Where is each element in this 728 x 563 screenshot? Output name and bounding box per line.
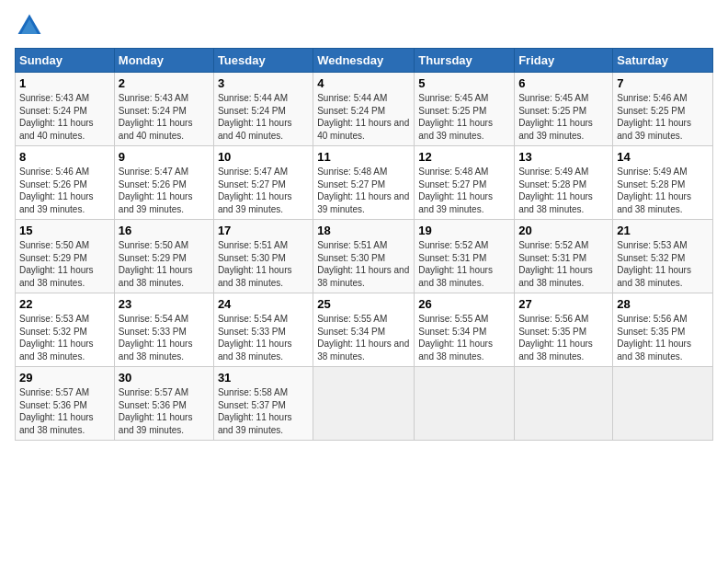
- calendar-cell: 2Sunrise: 5:43 AMSunset: 5:24 PMDaylight…: [114, 73, 213, 146]
- col-header-thursday: Thursday: [415, 49, 515, 73]
- calendar-cell: [613, 367, 713, 441]
- calendar-cell: 13Sunrise: 5:49 AMSunset: 5:28 PMDayligh…: [515, 146, 613, 220]
- day-number: 25: [317, 297, 410, 311]
- day-number: 24: [218, 297, 309, 311]
- day-number: 4: [317, 76, 410, 90]
- day-detail: Sunrise: 5:56 AMSunset: 5:35 PMDaylight:…: [518, 313, 609, 362]
- day-number: 23: [119, 297, 210, 311]
- calendar-cell: 29Sunrise: 5:57 AMSunset: 5:36 PMDayligh…: [16, 367, 115, 441]
- col-header-monday: Monday: [114, 49, 213, 73]
- day-detail: Sunrise: 5:49 AMSunset: 5:28 PMDaylight:…: [617, 166, 709, 215]
- day-detail: Sunrise: 5:53 AMSunset: 5:32 PMDaylight:…: [617, 239, 709, 289]
- day-number: 20: [518, 224, 609, 237]
- calendar-cell: 18Sunrise: 5:51 AMSunset: 5:30 PMDayligh…: [313, 220, 415, 293]
- day-detail: Sunrise: 5:57 AMSunset: 5:36 PMDaylight:…: [119, 386, 210, 436]
- calendar-cell: 17Sunrise: 5:51 AMSunset: 5:30 PMDayligh…: [213, 220, 313, 293]
- day-number: 31: [218, 371, 309, 385]
- day-detail: Sunrise: 5:54 AMSunset: 5:33 PMDaylight:…: [119, 313, 210, 362]
- day-detail: Sunrise: 5:48 AMSunset: 5:27 PMDaylight:…: [418, 166, 510, 215]
- calendar-cell: 8Sunrise: 5:46 AMSunset: 5:26 PMDaylight…: [16, 146, 115, 220]
- day-number: 8: [19, 150, 110, 164]
- week-row-5: 29Sunrise: 5:57 AMSunset: 5:36 PMDayligh…: [16, 367, 713, 441]
- header: [15, 11, 713, 40]
- day-number: 10: [218, 150, 309, 164]
- day-detail: Sunrise: 5:47 AMSunset: 5:26 PMDaylight:…: [119, 166, 210, 215]
- col-header-saturday: Saturday: [613, 49, 713, 73]
- col-header-friday: Friday: [515, 49, 613, 73]
- calendar-cell: 24Sunrise: 5:54 AMSunset: 5:33 PMDayligh…: [213, 293, 313, 367]
- calendar-cell: 25Sunrise: 5:55 AMSunset: 5:34 PMDayligh…: [313, 293, 415, 367]
- calendar-cell: 16Sunrise: 5:50 AMSunset: 5:29 PMDayligh…: [114, 220, 213, 293]
- calendar-cell: 27Sunrise: 5:56 AMSunset: 5:35 PMDayligh…: [515, 293, 613, 367]
- week-row-1: 1Sunrise: 5:43 AMSunset: 5:24 PMDaylight…: [16, 73, 713, 146]
- calendar-cell: [313, 367, 415, 441]
- calendar-cell: 31Sunrise: 5:58 AMSunset: 5:37 PMDayligh…: [213, 367, 313, 441]
- day-number: 21: [617, 224, 709, 237]
- calendar-cell: 10Sunrise: 5:47 AMSunset: 5:27 PMDayligh…: [213, 146, 313, 220]
- day-number: 28: [617, 297, 709, 311]
- day-number: 1: [19, 76, 110, 90]
- day-detail: Sunrise: 5:50 AMSunset: 5:29 PMDaylight:…: [19, 239, 110, 289]
- calendar-cell: 1Sunrise: 5:43 AMSunset: 5:24 PMDaylight…: [16, 73, 115, 146]
- header-row: SundayMondayTuesdayWednesdayThursdayFrid…: [16, 49, 713, 73]
- calendar-cell: 14Sunrise: 5:49 AMSunset: 5:28 PMDayligh…: [613, 146, 713, 220]
- day-number: 11: [317, 150, 410, 164]
- day-number: 12: [418, 150, 510, 164]
- day-number: 14: [617, 150, 709, 164]
- calendar-cell: 28Sunrise: 5:56 AMSunset: 5:35 PMDayligh…: [613, 293, 713, 367]
- logo-icon: [15, 11, 44, 40]
- day-number: 6: [518, 76, 609, 90]
- calendar-cell: 30Sunrise: 5:57 AMSunset: 5:36 PMDayligh…: [114, 367, 213, 441]
- calendar-cell: 19Sunrise: 5:52 AMSunset: 5:31 PMDayligh…: [415, 220, 515, 293]
- week-row-2: 8Sunrise: 5:46 AMSunset: 5:26 PMDaylight…: [16, 146, 713, 220]
- col-header-tuesday: Tuesday: [213, 49, 313, 73]
- day-detail: Sunrise: 5:45 AMSunset: 5:25 PMDaylight:…: [418, 92, 510, 142]
- day-number: 29: [19, 371, 110, 385]
- day-detail: Sunrise: 5:49 AMSunset: 5:28 PMDaylight:…: [518, 166, 609, 215]
- day-detail: Sunrise: 5:53 AMSunset: 5:32 PMDaylight:…: [19, 313, 110, 362]
- day-detail: Sunrise: 5:52 AMSunset: 5:31 PMDaylight:…: [518, 239, 609, 289]
- day-number: 26: [418, 297, 510, 311]
- logo: [15, 11, 48, 40]
- day-detail: Sunrise: 5:43 AMSunset: 5:24 PMDaylight:…: [19, 92, 110, 142]
- day-number: 19: [418, 224, 510, 237]
- day-number: 5: [418, 76, 510, 90]
- col-header-wednesday: Wednesday: [313, 49, 415, 73]
- day-detail: Sunrise: 5:50 AMSunset: 5:29 PMDaylight:…: [119, 239, 210, 289]
- day-detail: Sunrise: 5:51 AMSunset: 5:30 PMDaylight:…: [317, 239, 410, 289]
- day-detail: Sunrise: 5:47 AMSunset: 5:27 PMDaylight:…: [218, 166, 309, 215]
- day-detail: Sunrise: 5:56 AMSunset: 5:35 PMDaylight:…: [617, 313, 709, 362]
- calendar-cell: 20Sunrise: 5:52 AMSunset: 5:31 PMDayligh…: [515, 220, 613, 293]
- col-header-sunday: Sunday: [16, 49, 115, 73]
- day-detail: Sunrise: 5:58 AMSunset: 5:37 PMDaylight:…: [218, 386, 309, 436]
- day-detail: Sunrise: 5:55 AMSunset: 5:34 PMDaylight:…: [418, 313, 510, 362]
- calendar-cell: 15Sunrise: 5:50 AMSunset: 5:29 PMDayligh…: [16, 220, 115, 293]
- day-number: 9: [119, 150, 210, 164]
- calendar-cell: 11Sunrise: 5:48 AMSunset: 5:27 PMDayligh…: [313, 146, 415, 220]
- calendar-cell: 21Sunrise: 5:53 AMSunset: 5:32 PMDayligh…: [613, 220, 713, 293]
- day-number: 18: [317, 224, 410, 237]
- day-number: 3: [218, 76, 309, 90]
- day-number: 2: [119, 76, 210, 90]
- day-detail: Sunrise: 5:45 AMSunset: 5:25 PMDaylight:…: [518, 92, 609, 142]
- day-detail: Sunrise: 5:46 AMSunset: 5:26 PMDaylight:…: [19, 166, 110, 215]
- day-number: 30: [119, 371, 210, 385]
- day-detail: Sunrise: 5:52 AMSunset: 5:31 PMDaylight:…: [418, 239, 510, 289]
- day-detail: Sunrise: 5:44 AMSunset: 5:24 PMDaylight:…: [317, 92, 410, 142]
- day-number: 27: [518, 297, 609, 311]
- day-detail: Sunrise: 5:54 AMSunset: 5:33 PMDaylight:…: [218, 313, 309, 362]
- page: SundayMondayTuesdayWednesdayThursdayFrid…: [0, 0, 728, 563]
- calendar-cell: [515, 367, 613, 441]
- calendar-cell: 26Sunrise: 5:55 AMSunset: 5:34 PMDayligh…: [415, 293, 515, 367]
- calendar-cell: 9Sunrise: 5:47 AMSunset: 5:26 PMDaylight…: [114, 146, 213, 220]
- day-number: 15: [19, 224, 110, 237]
- calendar-cell: [415, 367, 515, 441]
- calendar-cell: 23Sunrise: 5:54 AMSunset: 5:33 PMDayligh…: [114, 293, 213, 367]
- day-detail: Sunrise: 5:55 AMSunset: 5:34 PMDaylight:…: [317, 313, 410, 362]
- day-number: 22: [19, 297, 110, 311]
- calendar-cell: 12Sunrise: 5:48 AMSunset: 5:27 PMDayligh…: [415, 146, 515, 220]
- day-number: 17: [218, 224, 309, 237]
- day-number: 13: [518, 150, 609, 164]
- calendar-cell: 4Sunrise: 5:44 AMSunset: 5:24 PMDaylight…: [313, 73, 415, 146]
- day-number: 7: [617, 76, 709, 90]
